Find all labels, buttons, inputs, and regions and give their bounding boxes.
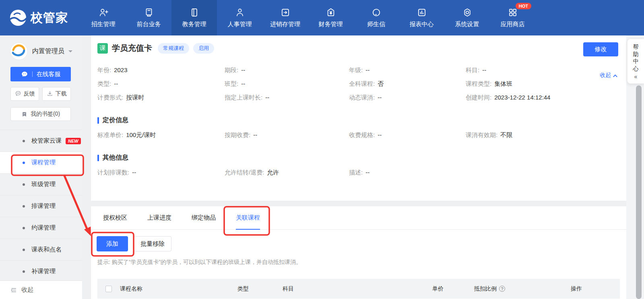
nav-item-enrollment[interactable]: 招生管理 bbox=[80, 0, 126, 35]
avatar bbox=[10, 42, 28, 60]
front-desk-icon bbox=[144, 7, 154, 18]
help-question-icon[interactable]: ? bbox=[499, 286, 505, 292]
vertical-scrollbar-thumb[interactable] bbox=[636, 85, 642, 299]
sidebar-item-label: 排课管理 bbox=[31, 202, 56, 210]
feedback-button[interactable]: 反馈 bbox=[10, 87, 39, 101]
annotation-arrow-head bbox=[84, 226, 91, 236]
user-menu[interactable]: 内置管理员 bbox=[0, 35, 82, 60]
tab-related-courses[interactable]: 关联课程 bbox=[236, 206, 260, 230]
person-icon bbox=[235, 7, 245, 18]
nav-item-teacher-student[interactable]: 师生信 bbox=[353, 0, 399, 35]
nav-item-academic[interactable]: 教务管理 bbox=[171, 0, 217, 35]
bullet-icon bbox=[23, 162, 25, 164]
nav-item-appstore[interactable]: 应用商店 HOT bbox=[490, 0, 535, 35]
online-service-button[interactable]: 在线客服 bbox=[10, 67, 71, 81]
field-period-fee: 按期收费:-- bbox=[225, 131, 349, 139]
nav-item-finance[interactable]: 财务管理 bbox=[308, 0, 353, 35]
download-icon bbox=[47, 90, 53, 98]
sidebar-item-scheduling[interactable]: 排课管理 bbox=[0, 195, 82, 217]
new-badge: NEW bbox=[66, 138, 81, 144]
nav-item-settings[interactable]: 系统设置 bbox=[444, 0, 490, 35]
tab-bound-items[interactable]: 绑定物品 bbox=[192, 206, 216, 230]
field-year: 年份:2023 bbox=[97, 66, 225, 74]
chat-icon bbox=[21, 71, 28, 78]
bookmarks-button[interactable]: 我的书签(0) bbox=[10, 107, 71, 121]
batch-remove-button[interactable]: 批量移除 bbox=[134, 236, 171, 251]
bar-chart-icon bbox=[417, 7, 427, 18]
nav-item-label: 财务管理 bbox=[319, 21, 343, 28]
app-screen: 校管家 招生管理 前台业务 教务管理 人事管理 进销存管理 财务管理 师生信 bbox=[0, 0, 644, 299]
field-dynamic-consume: 动态课消:-- bbox=[349, 93, 466, 102]
sidebar-menu: 校管家云课 NEW 课程管理 班级管理 排课管理 约课管理 课表和点名 bbox=[0, 130, 82, 282]
sidebar-item-timetable-rollcall[interactable]: 课表和点名 bbox=[0, 239, 82, 261]
sidebar-item-cloud-class[interactable]: 校管家云课 NEW bbox=[0, 130, 82, 152]
bullet-icon bbox=[23, 140, 25, 142]
nav-item-hr[interactable]: 人事管理 bbox=[217, 0, 262, 35]
field-type: 类型:-- bbox=[97, 79, 225, 88]
download-button[interactable]: 下载 bbox=[42, 87, 71, 101]
select-all-checkbox[interactable] bbox=[105, 286, 112, 292]
finance-yuan-icon bbox=[326, 7, 336, 18]
download-label: 下载 bbox=[56, 90, 67, 98]
field-class-type: 班型:-- bbox=[225, 79, 349, 88]
nav-item-reports[interactable]: 报表中心 bbox=[399, 0, 444, 35]
field-course-type: 课程类型:集体班 bbox=[466, 79, 618, 88]
sidebar-item-label: 约课管理 bbox=[31, 224, 56, 232]
pricing-section-title: 定价信息 bbox=[97, 116, 618, 125]
logo-text: 校管家 bbox=[31, 10, 68, 26]
table-actions: 添加 批量移除 bbox=[97, 236, 626, 251]
nav-item-label: 招生管理 bbox=[91, 21, 116, 28]
hot-badge: HOT bbox=[516, 3, 531, 9]
bookmark-icon bbox=[21, 111, 27, 117]
section-bar bbox=[97, 155, 99, 161]
detail-collapse-label: 收起 bbox=[600, 72, 611, 79]
bullet-icon bbox=[23, 249, 25, 251]
app-logo: 校管家 bbox=[0, 0, 80, 35]
sidebar-item-makeup-class[interactable]: 补课管理 bbox=[0, 261, 82, 282]
field-billing: 计费形式:按课时 bbox=[97, 93, 225, 102]
tab-authorized-campus[interactable]: 授权校区 bbox=[103, 206, 127, 230]
sidebar-collapse-button[interactable]: 收起 bbox=[0, 280, 82, 299]
tab-class-progress[interactable]: 上课进度 bbox=[147, 206, 171, 230]
sidebar-item-label: 课表和点名 bbox=[31, 246, 62, 253]
person-plus-icon bbox=[98, 7, 109, 18]
book-icon bbox=[189, 7, 200, 18]
chevron-up-icon bbox=[613, 72, 617, 79]
field-period: 期段:-- bbox=[225, 66, 349, 74]
collapse-menu-icon bbox=[10, 287, 18, 294]
other-row: 计划排课数:-- 允许结转/退费:允许 描述:-- bbox=[97, 168, 618, 176]
sidebar-collapse-label: 收起 bbox=[21, 286, 33, 294]
gear-icon bbox=[462, 7, 473, 18]
sidebar-item-course-management[interactable]: 课程管理 bbox=[0, 152, 82, 174]
page-title: 学员充值卡 bbox=[112, 43, 152, 54]
sidebar-item-booking[interactable]: 约课管理 bbox=[0, 217, 82, 239]
course-type-badge: 课 bbox=[97, 43, 108, 54]
help-center-label: 帮助中心 bbox=[633, 43, 639, 72]
column-type: 类型 bbox=[237, 285, 283, 293]
sidebar-item-label: 校管家云课 bbox=[31, 137, 62, 145]
field-subject: 科目:-- bbox=[466, 66, 618, 74]
detail-collapse-link[interactable]: 收起 bbox=[600, 72, 617, 79]
column-course-name: 课程名称 bbox=[120, 285, 237, 293]
field-refund-allowed: 允许结转/退费:允许 bbox=[225, 168, 349, 176]
edit-button[interactable]: 修改 bbox=[583, 42, 618, 56]
sidebar-item-label: 补课管理 bbox=[31, 268, 56, 275]
bullet-icon bbox=[23, 270, 25, 273]
nav-item-inventory[interactable]: 进销存管理 bbox=[262, 0, 308, 35]
nav-item-label: 前台业务 bbox=[137, 21, 161, 28]
basic-info-grid: 年份:2023 期段:-- 年级:-- 科目:-- 类型:-- 班型:-- 全科… bbox=[97, 66, 618, 102]
apps-grid-icon bbox=[508, 7, 518, 18]
sidebar-item-class-management[interactable]: 班级管理 bbox=[0, 174, 82, 195]
field-validity: 课消有效期:不限 bbox=[466, 131, 618, 139]
online-service-label: 在线客服 bbox=[37, 71, 61, 78]
chevron-left-double-icon: « bbox=[634, 73, 638, 80]
column-deduct-ratio: 抵扣比例 ? bbox=[474, 285, 571, 293]
pricing-row: 标准单价:100元/课时 按期收费:-- 收费规格:-- 课消有效期:不限 bbox=[97, 131, 618, 139]
nav-item-frontdesk[interactable]: 前台业务 bbox=[126, 0, 171, 35]
help-center-tab[interactable]: 帮助中心 « bbox=[627, 39, 644, 84]
field-description: 描述:-- bbox=[349, 168, 466, 176]
add-button[interactable]: 添加 bbox=[97, 236, 128, 251]
tag-enabled: 启用 bbox=[193, 43, 214, 54]
nav-item-label: 人事管理 bbox=[228, 21, 252, 28]
chevron-down-icon bbox=[68, 50, 72, 54]
